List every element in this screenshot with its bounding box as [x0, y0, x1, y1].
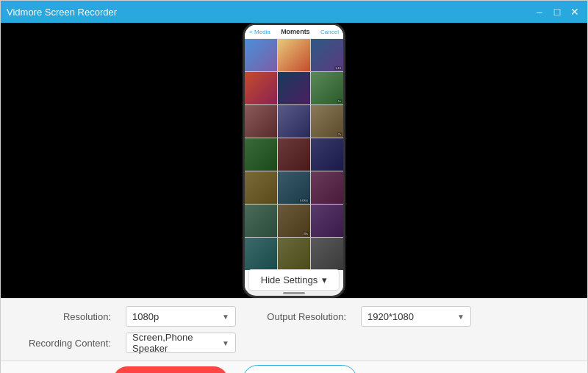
list-item[interactable] — [311, 138, 343, 171]
list-item[interactable] — [278, 105, 310, 138]
list-item[interactable] — [245, 138, 277, 171]
list-item[interactable]: 7s — [311, 105, 343, 138]
phone-bottom-bar — [245, 290, 343, 296]
list-item[interactable] — [311, 238, 343, 270]
recording-history-button[interactable]: ≡ Recording history — [372, 368, 476, 374]
recording-content-select[interactable]: Screen,Phone Speaker ▼ — [126, 333, 236, 353]
output-resolution-select[interactable]: 1920*1080 ▼ — [361, 306, 471, 327]
recording-content-label: Recording Content: — [15, 338, 111, 349]
phone-header: < Media Moments Cancel — [245, 25, 343, 39]
phone-home-indicator — [283, 292, 305, 294]
list-item[interactable] — [245, 72, 277, 104]
list-item[interactable] — [245, 39, 277, 71]
list-item[interactable] — [245, 205, 277, 237]
resolution-dropdown-icon: ▼ — [222, 313, 229, 321]
settings-panel: Resolution: 1080p ▼ Output Resolution: 1… — [1, 298, 587, 360]
maximize-button[interactable]: □ — [551, 5, 564, 18]
list-item[interactable] — [245, 105, 277, 138]
recording-content-row: Recording Content: Screen,Phone Speaker … — [15, 333, 573, 353]
photo-grid: 1:19 1s 7s 0:08:6 30s — [245, 39, 343, 270]
resolution-value: 1080p — [132, 311, 159, 322]
list-item[interactable] — [278, 138, 310, 171]
resolution-select[interactable]: 1080p ▼ — [126, 306, 236, 327]
phone-back-button[interactable]: < Media — [249, 29, 270, 35]
list-item[interactable] — [245, 171, 277, 204]
resolution-row: Resolution: 1080p ▼ Output Resolution: 1… — [15, 306, 573, 327]
list-item[interactable] — [278, 72, 310, 104]
app-title: Vidmore Screen Recorder — [7, 7, 117, 18]
hide-settings-label: Hide Settings — [261, 274, 318, 285]
record-button[interactable]: Record — [113, 366, 228, 374]
list-item[interactable] — [278, 238, 310, 270]
list-item[interactable]: 1:19 — [311, 39, 343, 71]
close-button[interactable]: ✕ — [568, 5, 581, 18]
action-bar: Record 📷 SnapShot ≡ Recording history — [1, 360, 587, 373]
preview-area: < Media Moments Cancel 1:19 1s 7s — [1, 23, 587, 298]
minimize-button[interactable]: – — [533, 5, 546, 18]
main-window: Vidmore Screen Recorder – □ ✕ < Media Mo… — [0, 0, 588, 373]
output-resolution-label: Output Resolution: — [251, 311, 346, 322]
resolution-label: Resolution: — [15, 311, 111, 322]
list-item[interactable]: 1s — [311, 72, 343, 104]
hide-settings-area: Hide Settings ▾ — [248, 269, 340, 291]
output-resolution-dropdown-icon: ▼ — [457, 313, 465, 321]
output-resolution-value: 1920*1080 — [368, 311, 414, 322]
titlebar: Vidmore Screen Recorder – □ ✕ — [1, 1, 587, 23]
list-item[interactable] — [278, 39, 310, 71]
phone-mockup: < Media Moments Cancel 1:19 1s 7s — [243, 23, 345, 298]
window-controls: – □ ✕ — [533, 5, 581, 18]
list-item[interactable] — [311, 205, 343, 237]
recording-content-dropdown-icon: ▼ — [222, 339, 229, 347]
phone-screen: < Media Moments Cancel 1:19 1s 7s — [245, 25, 343, 290]
phone-cancel-button[interactable]: Cancel — [320, 29, 339, 35]
phone-title: Moments — [281, 28, 310, 35]
list-item[interactable]: 0:08:6 — [278, 171, 310, 204]
list-item[interactable]: 30s — [278, 205, 310, 237]
snapshot-button[interactable]: 📷 SnapShot — [243, 365, 357, 373]
recording-content-value: Screen,Phone Speaker — [132, 332, 216, 354]
chevron-down-icon: ▾ — [322, 274, 327, 285]
list-item[interactable] — [311, 171, 343, 204]
hide-settings-button[interactable]: Hide Settings ▾ — [248, 269, 340, 291]
list-item[interactable] — [245, 238, 277, 270]
